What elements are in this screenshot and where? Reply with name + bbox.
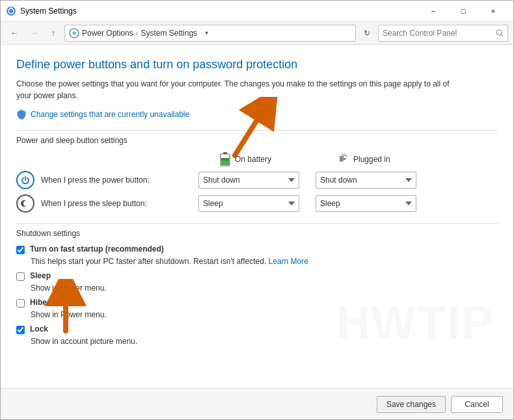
- sleep-checkbox-row: Sleep: [16, 271, 498, 281]
- section-header-power: Power and sleep button settings: [16, 136, 498, 145]
- learn-more-link[interactable]: Learn More: [269, 257, 308, 266]
- battery-column-header: On battery: [219, 151, 336, 167]
- sleep-menu-item: Sleep Show in Power menu.: [16, 271, 498, 293]
- hibernate-desc: Show in Power menu.: [31, 310, 498, 319]
- system-settings-window: System Settings − □ × ← → ↑ Power Option…: [0, 0, 514, 420]
- lock-checkbox-row: Lock: [16, 324, 498, 334]
- sleep-button-row: When I press the sleep button: Sleep Do …: [16, 194, 498, 213]
- address-bar: Power Options › System Settings ▾: [64, 25, 356, 42]
- sleep-desc: Show in Power menu.: [31, 283, 498, 293]
- svg-rect-9: [223, 152, 227, 154]
- breadcrumb-power-options[interactable]: Power Options: [82, 29, 133, 38]
- close-button[interactable]: ×: [478, 1, 508, 21]
- section-divider-shutdown: [16, 223, 498, 224]
- fast-startup-item: Turn on fast startup (recommended) This …: [16, 244, 498, 266]
- forward-button[interactable]: →: [25, 25, 42, 42]
- svg-point-4: [496, 30, 502, 35]
- svg-line-12: [344, 154, 347, 157]
- grid-header-row: On battery Plugged in: [16, 151, 498, 167]
- power-button-label-text: When I press the power button:: [41, 176, 150, 185]
- section-divider-power: [16, 130, 498, 131]
- battery-label: On battery: [235, 155, 271, 164]
- change-settings-label: Change settings that are currently unava…: [31, 110, 189, 119]
- section-header-shutdown: Shutdown settings: [16, 229, 498, 238]
- fast-startup-desc-text: This helps start your PC faster after sh…: [31, 257, 266, 266]
- hibernate-label[interactable]: Hibernate: [30, 298, 66, 307]
- shield-icon: [16, 109, 27, 120]
- sleep-battery-dropdown[interactable]: Sleep Do nothing Hibernate Shut down: [198, 195, 299, 212]
- window-title: System Settings: [20, 7, 418, 16]
- fast-startup-desc: This helps start your PC faster after sh…: [31, 257, 498, 266]
- fast-startup-checkbox-row: Turn on fast startup (recommended): [16, 244, 498, 254]
- page-description: Choose the power settings that you want …: [16, 78, 459, 101]
- plugged-column-header: Plugged in: [336, 151, 440, 167]
- page-title: Define power buttons and turn on passwor…: [16, 58, 498, 72]
- breadcrumb-system-settings[interactable]: System Settings: [141, 29, 197, 38]
- maximize-button[interactable]: □: [448, 1, 478, 21]
- minimize-button[interactable]: −: [418, 1, 448, 21]
- plugged-icon: [336, 153, 349, 166]
- svg-rect-11: [221, 158, 229, 161]
- sleep-button-label-text: When I press the sleep button:: [41, 199, 147, 208]
- app-icon: [6, 6, 16, 16]
- search-input[interactable]: [383, 29, 493, 38]
- power-icon: [21, 176, 30, 185]
- power-button-label: When I press the power button:: [16, 171, 198, 189]
- battery-icon: [219, 151, 231, 167]
- content-area: HWTIP: [1, 45, 513, 388]
- nav-bar: ← → ↑ Power Options › System Settings ▾ …: [1, 21, 513, 45]
- save-changes-button[interactable]: Save changes: [377, 396, 446, 413]
- lock-desc: Show in account picture menu.: [31, 337, 498, 346]
- hibernate-checkbox-row: Hibernate: [16, 298, 498, 308]
- back-button[interactable]: ←: [6, 25, 23, 42]
- address-bar-icon: [69, 28, 79, 38]
- sleep-button-icon: [16, 194, 34, 213]
- sleep-checkbox[interactable]: [16, 272, 25, 281]
- footer: Save changes Cancel: [1, 388, 513, 419]
- window-controls: − □ ×: [418, 1, 508, 21]
- search-icon: [496, 29, 504, 37]
- lock-menu-item: Lock Show in account picture menu.: [16, 324, 498, 346]
- plugged-label: Plugged in: [353, 155, 390, 164]
- hibernate-menu-item: Hibernate Show in Power menu.: [16, 298, 498, 319]
- fast-startup-label[interactable]: Turn on fast startup (recommended): [30, 244, 164, 254]
- cancel-button[interactable]: Cancel: [451, 396, 503, 413]
- sleep-button-label: When I press the sleep button:: [16, 194, 198, 213]
- search-box: [378, 25, 508, 42]
- up-button[interactable]: ↑: [45, 25, 62, 42]
- title-bar: System Settings − □ ×: [1, 1, 513, 21]
- settings-grid: On battery Plugged in: [16, 151, 498, 213]
- main-content: Define power buttons and turn on passwor…: [1, 45, 513, 388]
- refresh-button[interactable]: ↻: [358, 25, 375, 42]
- sleep-label[interactable]: Sleep: [30, 271, 51, 280]
- shutdown-section: Turn on fast startup (recommended) This …: [16, 244, 498, 346]
- svg-line-5: [501, 34, 503, 36]
- power-battery-dropdown[interactable]: Shut down Do nothing Sleep Hibernate Tur…: [198, 172, 299, 189]
- power-plugged-dropdown[interactable]: Shut down Do nothing Sleep Hibernate Tur…: [316, 172, 416, 189]
- lock-checkbox[interactable]: [16, 326, 25, 334]
- fast-startup-checkbox[interactable]: [16, 246, 25, 254]
- power-button-icon: [16, 171, 34, 189]
- sleep-plugged-dropdown[interactable]: Sleep Do nothing Hibernate Shut down: [316, 195, 416, 212]
- lock-label[interactable]: Lock: [30, 324, 48, 334]
- address-dropdown-button[interactable]: ▾: [200, 25, 213, 41]
- power-button-row: When I press the power button: Shut down…: [16, 171, 498, 189]
- sleep-icon: [21, 199, 30, 208]
- hibernate-checkbox[interactable]: [16, 299, 25, 308]
- change-settings-link[interactable]: Change settings that are currently unava…: [16, 109, 498, 120]
